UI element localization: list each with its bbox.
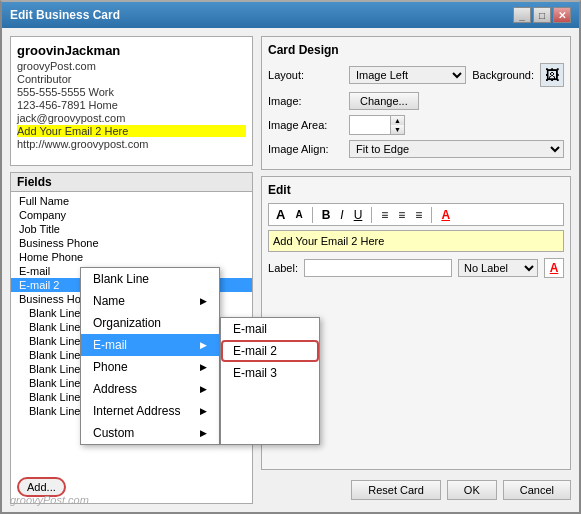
preview-line-2: Contributor xyxy=(17,73,246,85)
underline-btn[interactable]: U xyxy=(351,207,366,223)
menu-address[interactable]: Address ▶ xyxy=(81,378,219,400)
layout-row: Layout: Image Left Background: 🖼 xyxy=(268,63,564,87)
preview-line-3: 555-555-5555 Work xyxy=(17,86,246,98)
italic-btn[interactable]: I xyxy=(337,207,346,223)
field-company[interactable]: Company xyxy=(11,208,252,222)
ok-button[interactable]: OK xyxy=(447,480,497,500)
submenu-email[interactable]: E-mail xyxy=(221,318,319,340)
label-input[interactable] xyxy=(304,259,452,277)
preview-line-5: jack@groovypost.com xyxy=(17,112,246,124)
image-row: Image: Change... xyxy=(268,92,564,110)
layout-label: Layout: xyxy=(268,69,343,81)
align-center-btn[interactable]: ≡ xyxy=(395,207,408,223)
image-area-row: Image Area: 16% ▲ ▼ xyxy=(268,115,564,135)
arrow-icon-custom: ▶ xyxy=(200,428,207,438)
arrow-icon-address: ▶ xyxy=(200,384,207,394)
menu-custom[interactable]: Custom ▶ xyxy=(81,422,219,444)
label-color-btn[interactable]: A xyxy=(544,258,564,278)
submenu-email2[interactable]: E-mail 2 xyxy=(221,340,319,362)
toolbar-sep-1 xyxy=(312,207,313,223)
card-design-section: Card Design Layout: Image Left Backgroun… xyxy=(261,36,571,170)
field-home-phone[interactable]: Home Phone xyxy=(11,250,252,264)
cancel-button[interactable]: Cancel xyxy=(503,480,571,500)
edit-business-card-dialog: Edit Business Card _ □ ✕ groovinJackman … xyxy=(0,0,581,514)
image-align-select[interactable]: Fit to Edge xyxy=(349,140,564,158)
arrow-icon: ▶ xyxy=(200,296,207,306)
font-size-increase-btn[interactable]: A xyxy=(273,206,288,223)
toolbar-sep-3 xyxy=(431,207,432,223)
field-full-name[interactable]: Full Name xyxy=(11,194,252,208)
background-icon-button[interactable]: 🖼 xyxy=(540,63,564,87)
preview-line-7: http://www.groovypost.com xyxy=(17,138,246,150)
context-menu: Blank Line Name ▶ Organization E-mail ▶ … xyxy=(80,267,220,445)
card-preview: groovinJackman groovyPost.com Contributo… xyxy=(10,36,253,166)
preview-line-1: groovyPost.com xyxy=(17,60,246,72)
preview-line-4: 123-456-7891 Home xyxy=(17,99,246,111)
menu-name[interactable]: Name ▶ xyxy=(81,290,219,312)
align-left-btn[interactable]: ≡ xyxy=(378,207,391,223)
toolbar-sep-2 xyxy=(371,207,372,223)
menu-phone[interactable]: Phone ▶ xyxy=(81,356,219,378)
edit-label: Edit xyxy=(268,183,564,197)
title-bar: Edit Business Card _ □ ✕ xyxy=(2,2,579,28)
fields-header: Fields xyxy=(11,173,252,192)
reset-card-button[interactable]: Reset Card xyxy=(351,480,441,500)
maximize-button[interactable]: □ xyxy=(533,7,551,23)
menu-email[interactable]: E-mail ▶ xyxy=(81,334,219,356)
dialog-title: Edit Business Card xyxy=(10,8,120,22)
field-job-title[interactable]: Job Title xyxy=(11,222,252,236)
close-button[interactable]: ✕ xyxy=(553,7,571,23)
fields-label: Fields xyxy=(17,175,52,189)
image-area-label: Image Area: xyxy=(268,119,343,131)
field-business-phone[interactable]: Business Phone xyxy=(11,236,252,250)
card-design-label: Card Design xyxy=(268,43,564,57)
arrow-icon-internet: ▶ xyxy=(200,406,207,416)
font-size-decrease-btn[interactable]: A xyxy=(292,208,305,221)
spinner-down[interactable]: ▼ xyxy=(390,125,404,134)
preview-highlight-line: Add Your Email 2 Here xyxy=(17,125,246,137)
preview-name: groovinJackman xyxy=(17,43,246,58)
image-align-label: Image Align: xyxy=(268,143,343,155)
menu-organization[interactable]: Organization xyxy=(81,312,219,334)
arrow-icon-phone: ▶ xyxy=(200,362,207,372)
edit-toolbar: A A B I U ≡ ≡ ≡ A xyxy=(268,203,564,226)
bold-btn[interactable]: B xyxy=(319,207,334,223)
watermark: groovyPost.com xyxy=(10,494,89,506)
spinner-up[interactable]: ▲ xyxy=(390,116,404,125)
arrow-icon-email: ▶ xyxy=(200,340,207,350)
bottom-buttons: Reset Card OK Cancel xyxy=(261,476,571,504)
font-color-btn[interactable]: A xyxy=(438,207,453,223)
align-right-btn[interactable]: ≡ xyxy=(412,207,425,223)
no-label-select[interactable]: No Label xyxy=(458,259,538,277)
image-area-input[interactable]: 16% xyxy=(350,118,390,132)
submenu-email3[interactable]: E-mail 3 xyxy=(221,362,319,384)
submenu: E-mail E-mail 2 E-mail 3 xyxy=(220,317,320,445)
image-area-spinner: 16% ▲ ▼ xyxy=(349,115,405,135)
image-label: Image: xyxy=(268,95,343,107)
menu-internet-address[interactable]: Internet Address ▶ xyxy=(81,400,219,422)
change-image-button[interactable]: Change... xyxy=(349,92,419,110)
menu-blank-line[interactable]: Blank Line xyxy=(81,268,219,290)
context-menu-container: Blank Line Name ▶ Organization E-mail ▶ … xyxy=(80,267,320,445)
edit-text-box[interactable]: Add Your Email 2 Here xyxy=(268,230,564,252)
layout-select[interactable]: Image Left xyxy=(349,66,466,84)
minimize-button[interactable]: _ xyxy=(513,7,531,23)
title-bar-buttons: _ □ ✕ xyxy=(513,7,571,23)
image-align-row: Image Align: Fit to Edge xyxy=(268,140,564,158)
background-label: Background: xyxy=(472,69,534,81)
